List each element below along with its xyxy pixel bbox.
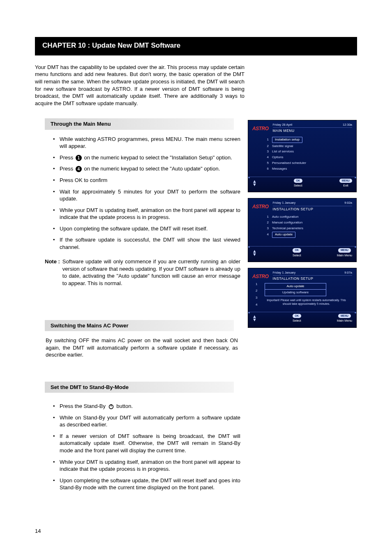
chapter-title-bar: CHAPTER 10 : Update New DMT Software xyxy=(35,37,357,55)
tv3-popup: Auto update Updating software xyxy=(265,283,326,297)
section-main-menu: Through the Main Menu While watching AST… xyxy=(45,118,240,287)
tv2-footer: ▲▼ OK Select MENU Main Menu xyxy=(250,246,355,260)
step-item: While watching ASTRO programmes, press M… xyxy=(54,136,240,150)
tv-screen-install-setup: ASTRO Friday 1 January 9:02a INSTALLATIO… xyxy=(248,198,357,262)
tv1-footer: ▲▼ OK Select MENU Exit xyxy=(250,177,355,191)
tv3-footer: ▲▼ OK Select MENU Main Menu xyxy=(250,312,355,326)
tv-menu-item: 6Messages xyxy=(265,167,352,171)
step-item: Press 4 on the numeric keypad to select … xyxy=(54,165,240,173)
step-item: Upon completing the software update, the… xyxy=(54,477,240,491)
tv-screen-main-menu: ASTRO Friday 28 April 12:30a MAIN MENU 1… xyxy=(248,120,357,192)
ok-button-hint: OK Select xyxy=(293,314,302,323)
section-title-standby: Set the DMT to Stand-By-Mode xyxy=(45,382,234,393)
step-item: Press OK to confirm xyxy=(54,177,240,184)
tv-menu-item: 1Installation setup xyxy=(265,137,352,143)
step-item: While your DMT is updating itself, anima… xyxy=(54,207,240,221)
tv3-date: Friday 1 January xyxy=(273,271,296,275)
tv3-title: INSTALLATION SETUP xyxy=(273,275,353,281)
ok-pill: OK xyxy=(294,179,303,183)
keypad-4-icon: 4 xyxy=(76,166,82,172)
step-item: Press the Stand-By button. xyxy=(54,403,240,410)
menu-button-hint: MENU Main Menu xyxy=(337,248,352,258)
menu-pill: MENU xyxy=(339,179,352,183)
step-item: While on Stand-By your DMT will automati… xyxy=(54,414,240,428)
updown-arrows-icon: ▲▼ xyxy=(252,250,257,256)
tv-menu-item: 4Auto update xyxy=(265,232,352,238)
step-item: If a newer version of DMT software is be… xyxy=(54,433,240,454)
updown-arrows-icon: ▲▼ xyxy=(252,180,257,186)
section-title-ac-power: Switching the Mains AC Power xyxy=(45,320,234,332)
keypad-1-icon: 1 xyxy=(76,155,82,161)
menu-button-hint: MENU Exit xyxy=(339,179,352,188)
tv-menu-item: 3List of services xyxy=(265,150,352,154)
tv1-title: MAIN MENU xyxy=(273,127,353,133)
tv3-panel: Auto update Updating software Important!… xyxy=(248,281,356,309)
tv-menu-item: 5Personalised scheduler xyxy=(265,161,352,166)
power-icon xyxy=(108,403,114,410)
ac-power-text: By switching OFF the mains AC power on t… xyxy=(45,337,238,359)
tv2-time: 9:02a xyxy=(344,201,352,205)
tv-menu-item: 2Satellite signal xyxy=(265,144,352,149)
tv3-time: 9:07a xyxy=(344,271,352,275)
astro-logo: ASTRO xyxy=(252,203,269,210)
step-item: While your DMT is updating itself, anima… xyxy=(54,458,240,473)
tv1-menu-list: 1Installation setup2Satellite signal3Lis… xyxy=(248,134,356,174)
standby-steps: Press the Stand-By button.While on Stand… xyxy=(45,403,240,491)
section-standby: Set the DMT to Stand-By-Mode Press the S… xyxy=(45,382,240,491)
tv3-warning: Important! Please wait until system rest… xyxy=(265,299,348,306)
ok-button-hint: OK Select xyxy=(293,248,302,258)
page-number: 14 xyxy=(35,527,357,535)
tv1-date: Friday 28 April xyxy=(273,123,293,127)
step-item: Wait for approximately 5 minutes for you… xyxy=(54,188,240,203)
intro-paragraph: Your DMT has the capability to be update… xyxy=(35,64,244,107)
tv3-popup-header: Auto update xyxy=(265,283,326,290)
tv-screenshots-column: ASTRO Friday 28 April 12:30a MAIN MENU 1… xyxy=(248,118,357,499)
note-label: Note : xyxy=(45,258,60,287)
step-item: Press 1 on the numeric keypad to select … xyxy=(54,154,240,161)
tv2-menu-list: 1Auto configuration2Manual configuration… xyxy=(248,212,356,244)
section-ac-power: Switching the Mains AC Power By switchin… xyxy=(45,320,240,359)
tv-menu-item: 2Manual configuration xyxy=(265,221,352,225)
updown-arrows-icon: ▲▼ xyxy=(252,315,257,321)
tv2-date: Friday 1 January xyxy=(273,201,296,205)
tv-menu-item: 1Auto configuration xyxy=(265,215,352,219)
menu-button-hint: MENU Main Menu xyxy=(337,314,352,323)
note-text: Software update will only commence if yo… xyxy=(62,258,240,287)
tv1-time: 12:30a xyxy=(343,123,352,127)
tv-screen-updating: ASTRO Friday 1 January 9:07a INSTALLATIO… xyxy=(248,268,357,328)
step-item: If the software update is successful, th… xyxy=(54,236,240,251)
note-block: Note : Software update will only commenc… xyxy=(45,258,240,287)
tv-menu-item: 3Technical parameters xyxy=(265,226,352,231)
section-title-main-menu: Through the Main Menu xyxy=(45,118,234,130)
chapter-title: CHAPTER 10 : Update New DMT Software xyxy=(42,41,350,51)
step-item: Upon completing the software update, the… xyxy=(54,225,240,233)
tv2-title: INSTALLATION SETUP xyxy=(273,206,353,212)
tv3-popup-msg: Updating software xyxy=(265,290,326,296)
astro-logo: ASTRO xyxy=(252,273,269,280)
astro-logo: ASTRO xyxy=(252,125,269,132)
ok-button-hint: OK Select xyxy=(294,179,303,188)
tv-menu-item: 4Options xyxy=(265,155,352,160)
main-menu-steps: While watching ASTRO programmes, press M… xyxy=(45,136,240,251)
tv3-side-numbers: 1234 xyxy=(256,282,257,307)
